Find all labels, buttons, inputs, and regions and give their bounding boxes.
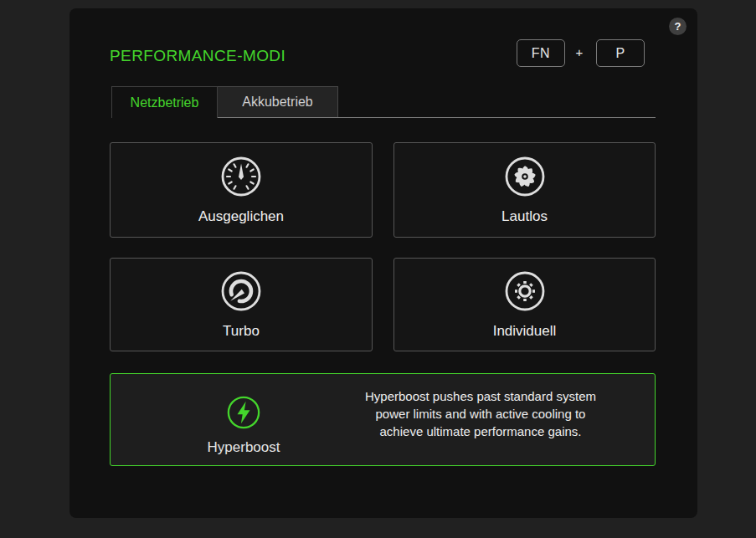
mode-card-individuell[interactable]: Individuell [393,258,656,351]
mode-card-hyperboost[interactable]: Hyperboost Hyperboost pushes past standa… [110,373,656,466]
shortcut-key-fn: FN [517,39,565,67]
shortcut-key-fn-label: FN [532,46,550,61]
lightning-bolt-icon [224,393,263,432]
shortcut-key-p: P [596,39,645,67]
hyperboost-label: Hyperboost [208,439,280,456]
gear-icon [503,269,547,313]
hyperboost-description-line: achieve ultimate performance gains. [328,423,633,440]
mode-card-turbo[interactable]: Turbo [110,258,373,351]
mode-label: Lautlos [501,208,548,225]
shortcut-key-p-label: P [615,46,625,61]
balanced-gauge-icon [219,155,263,198]
hyperboost-icon-block: Hyperboost [176,383,311,456]
mode-label: Turbo [223,323,260,340]
speedometer-icon [219,269,263,313]
performance-modes-panel: PERFORMANCE-MODI FN + P ? Netzbetrieb Ak… [69,8,697,518]
mode-card-lautlos[interactable]: Lautlos [393,142,656,238]
tab-akkubetrieb-label: Akkubetrieb [242,95,313,110]
hyperboost-description-line: Hyperboost pushes past standard system [328,387,633,405]
mode-label: Ausgeglichen [198,208,284,225]
shortcut-plus-sign: + [572,45,587,59]
hyperboost-description-line: power limits and with active cooling to [328,405,633,423]
help-icon[interactable]: ? [669,18,687,35]
fan-icon [503,155,547,198]
power-source-tabs: Netzbetrieb Akkubetrieb [111,86,338,118]
mode-card-ausgeglichen[interactable]: Ausgeglichen [110,142,373,238]
tab-akkubetrieb[interactable]: Akkubetrieb [218,86,338,117]
tab-netzbetrieb[interactable]: Netzbetrieb [111,86,218,118]
help-icon-glyph: ? [675,20,681,33]
mode-label: Individuell [493,323,557,340]
hyperboost-description: Hyperboost pushes past standard system p… [328,387,633,452]
page-title: PERFORMANCE-MODI [110,47,285,65]
tab-netzbetrieb-label: Netzbetrieb [131,95,199,110]
